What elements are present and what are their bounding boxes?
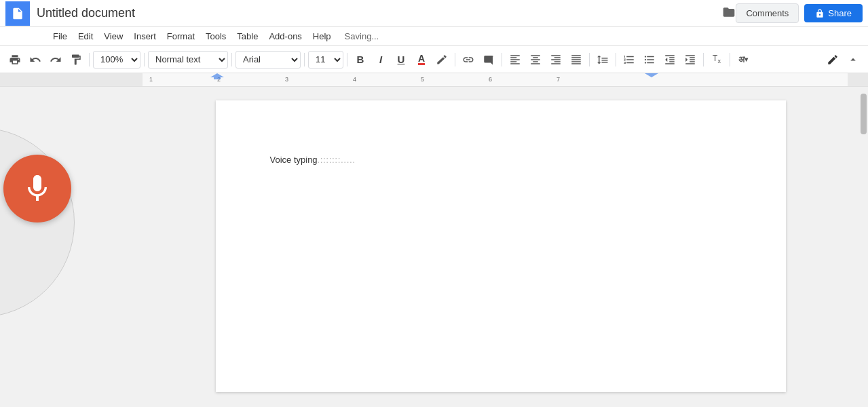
divider-3 — [231, 53, 232, 66]
document-area[interactable]: Voice typing .:::::::..... — [143, 87, 858, 407]
font-size-select[interactable]: 11 8 10 12 14 — [308, 51, 343, 69]
italic-button[interactable]: I — [371, 50, 390, 69]
highlight-button[interactable] — [432, 50, 451, 69]
app-icon — [5, 1, 30, 26]
share-button[interactable]: Share — [804, 4, 863, 22]
comment-button[interactable] — [479, 50, 498, 69]
special-chars-button[interactable]: अ ▾ — [734, 50, 753, 69]
voice-panel — [0, 87, 143, 407]
voice-cursor-indicator: .:::::::..... — [318, 155, 356, 165]
menu-format[interactable]: Format — [162, 28, 200, 44]
underline-button[interactable]: U — [392, 50, 411, 69]
ruler-left-margin — [0, 73, 143, 86]
increase-indent-button[interactable] — [681, 50, 700, 69]
line-spacing-button[interactable] — [593, 50, 612, 69]
ruler-content: 1 2 3 4 5 6 7 — [143, 73, 848, 86]
align-right-button[interactable] — [546, 50, 565, 69]
scrollbar[interactable] — [858, 87, 868, 407]
justify-button[interactable] — [567, 50, 586, 69]
toolbar: 100% 75% 125% Normal text Heading 1 Head… — [0, 46, 868, 73]
svg-marker-11 — [645, 73, 658, 77]
menu-table[interactable]: Table — [231, 28, 263, 44]
print-button[interactable] — [5, 50, 24, 69]
document-title[interactable]: Untitled document — [37, 6, 718, 20]
menu-edit[interactable]: Edit — [73, 28, 98, 44]
divider-1 — [89, 53, 90, 66]
title-bar: Untitled document Comments Share — [0, 0, 868, 27]
divider-9 — [616, 53, 616, 66]
bold-button[interactable]: B — [351, 50, 370, 69]
svg-text:6: 6 — [489, 76, 492, 83]
lock-icon — [815, 9, 825, 18]
clear-formatting-button[interactable]: Tx — [707, 50, 726, 69]
divider-6 — [455, 53, 455, 66]
header-actions: Comments Share — [736, 3, 863, 23]
svg-text:3: 3 — [285, 76, 288, 83]
divider-10 — [703, 53, 704, 66]
divider-5 — [347, 53, 347, 66]
svg-text:7: 7 — [556, 76, 560, 83]
unordered-list-button[interactable] — [640, 50, 659, 69]
mic-icon — [21, 172, 54, 205]
ruler-right-margin — [848, 73, 868, 86]
menu-tools[interactable]: Tools — [200, 28, 231, 44]
link-button[interactable] — [459, 50, 478, 69]
divider-8 — [589, 53, 590, 66]
decrease-indent-button[interactable] — [660, 50, 679, 69]
drawing-button[interactable] — [823, 50, 842, 69]
voice-typing-text: Voice typing — [270, 155, 318, 165]
align-left-button[interactable] — [506, 50, 525, 69]
main-area: Voice typing .:::::::..... — [0, 87, 868, 407]
paint-format-button[interactable] — [67, 50, 86, 69]
menu-insert[interactable]: Insert — [128, 28, 162, 44]
svg-text:1: 1 — [149, 76, 153, 83]
divider-4 — [304, 53, 305, 66]
svg-text:4: 4 — [353, 76, 356, 83]
ruler: 1 2 3 4 5 6 7 — [0, 73, 868, 87]
share-label: Share — [828, 8, 852, 18]
collapse-toolbar-button[interactable] — [844, 50, 863, 69]
svg-rect-0 — [15, 14, 20, 14]
zoom-select[interactable]: 100% 75% 125% — [93, 51, 140, 69]
menu-addons[interactable]: Add-ons — [263, 28, 307, 44]
microphone-button[interactable] — [3, 155, 71, 222]
menu-bar: File Edit View Insert Format Tools Table… — [0, 27, 868, 46]
divider-11 — [730, 53, 730, 66]
scrollbar-thumb[interactable] — [861, 94, 867, 134]
document-content[interactable]: Voice typing .:::::::..... — [270, 155, 732, 165]
ordered-list-button[interactable] — [620, 50, 639, 69]
svg-text:5: 5 — [421, 76, 424, 83]
svg-marker-9 — [210, 73, 224, 77]
menu-file[interactable]: File — [48, 28, 73, 44]
saving-status: Saving... — [345, 31, 379, 41]
text-color-button[interactable]: A — [412, 50, 431, 69]
undo-button[interactable] — [26, 50, 45, 69]
document-page[interactable]: Voice typing .:::::::..... — [216, 100, 786, 392]
divider-2 — [144, 53, 145, 66]
comments-button[interactable]: Comments — [736, 3, 799, 23]
font-select[interactable]: Arial Times New Roman Verdana — [235, 51, 301, 69]
style-select[interactable]: Normal text Heading 1 Heading 2 — [148, 51, 228, 69]
svg-rect-10 — [214, 77, 221, 79]
menu-help[interactable]: Help — [307, 28, 337, 44]
divider-7 — [502, 53, 502, 66]
align-center-button[interactable] — [526, 50, 545, 69]
svg-rect-1 — [15, 16, 19, 16]
menu-view[interactable]: View — [98, 28, 128, 44]
folder-icon[interactable] — [722, 5, 736, 22]
redo-button[interactable] — [46, 50, 65, 69]
